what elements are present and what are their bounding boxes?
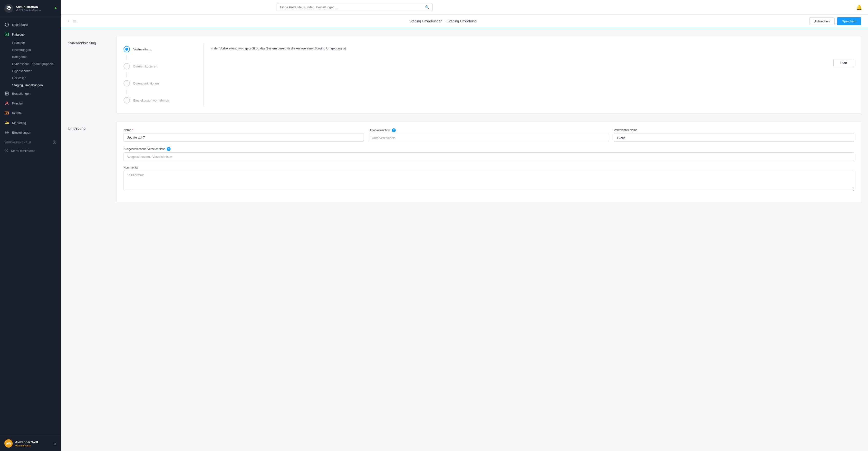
step-circle-vorbereitung <box>124 46 130 52</box>
ausgeschlossene-label: Ausgeschlossene Verzeichnisse <box>124 147 165 151</box>
svg-point-0 <box>4 4 13 13</box>
minimize-icon <box>4 149 8 153</box>
search-input[interactable] <box>277 3 433 11</box>
unterverzeichnis-input[interactable] <box>369 134 609 142</box>
add-verkaufskanal-icon[interactable] <box>53 140 57 144</box>
verzeichnis-name-input[interactable] <box>614 133 854 142</box>
sidebar-subitem-dynamische-produktgruppen[interactable]: Dynamische Produktgruppen <box>0 60 61 67</box>
user-name: Alexander Wolf <box>15 440 38 444</box>
name-input[interactable] <box>124 133 364 142</box>
kunden-label: Kunden <box>12 101 23 105</box>
svg-rect-3 <box>5 33 8 36</box>
sync-description-column: In der Vorbereitung wird geprüft ob das … <box>211 43 854 106</box>
ausgeschlossene-help-icon[interactable]: ? <box>167 147 170 151</box>
main-area: 🔍 🔔 ‹ Staging Umgebungen › Staging Umgeb… <box>61 0 868 451</box>
app-logo <box>4 4 13 13</box>
sync-layout: Vorbereitung Dateien kopieren Datenban <box>124 43 854 106</box>
minimize-menu-item[interactable]: Menü minimieren <box>0 146 61 156</box>
user-info: Alexander Wolf Administrator <box>15 440 38 447</box>
start-button[interactable]: Start <box>833 59 854 67</box>
name-label: Name * <box>124 128 364 132</box>
marketing-icon <box>4 120 9 125</box>
umgebung-form-row-3: Kommentar <box>124 166 854 190</box>
name-group: Name * <box>124 128 364 142</box>
kommentar-label: Kommentar <box>124 166 854 169</box>
sidebar-subitem-staging-umgebungen[interactable]: Staging Umgebungen <box>0 82 61 89</box>
umgebung-section: Umgebung Name * Unterverzeichnis ? <box>68 121 861 202</box>
page-content: Synchronisierung Vorbereitung <box>61 28 868 451</box>
umgebung-form-row-1: Name * Unterverzeichnis ? Verzeichnis Na… <box>124 128 854 142</box>
ausgeschlossene-group: Ausgeschlossene Verzeichnisse ? <box>124 147 854 161</box>
save-button[interactable]: Speichern <box>837 17 861 25</box>
steps-column: Vorbereitung Dateien kopieren Datenban <box>124 43 197 106</box>
list-view-icon[interactable] <box>72 19 77 23</box>
sidebar-subitem-eigenschaften[interactable]: Eigenschaften <box>0 67 61 74</box>
notification-bell-icon[interactable]: 🔔 <box>856 5 862 10</box>
breadcrumb: Staging Umgebungen › Staging Umgebung <box>80 19 806 23</box>
unterverzeichnis-label-wrap: Unterverzeichnis ? <box>369 128 609 132</box>
header-actions: Abbrechen Speichern <box>809 17 861 25</box>
umgebung-label: Umgebung <box>68 121 117 130</box>
ausgeschlossene-verzeichnisse-input[interactable] <box>124 153 854 161</box>
inhalte-label: Inhalte <box>12 111 22 115</box>
sidebar-item-inhalte[interactable]: Inhalte <box>0 108 61 118</box>
hersteller-label: Hersteller <box>12 76 26 80</box>
svg-rect-11 <box>73 21 76 22</box>
sidebar-item-dashboard[interactable]: Dashboard <box>0 20 61 29</box>
breadcrumb-parent-link[interactable]: Staging Umgebungen <box>409 19 442 23</box>
bestellungen-icon <box>4 91 9 96</box>
sync-divider <box>204 43 204 106</box>
kommentar-textarea[interactable] <box>124 171 854 190</box>
kategorien-label: Kategorien <box>12 55 28 59</box>
verkaufskanaele-section: Verkaufskanäle <box>0 137 61 146</box>
user-avatar: AW <box>4 439 13 448</box>
step-circle-dateien <box>124 63 130 69</box>
sidebar-subitem-bewertungen[interactable]: Bewertungen <box>0 46 61 53</box>
sidebar-subitem-hersteller[interactable]: Hersteller <box>0 74 61 82</box>
umgebung-card: Name * Unterverzeichnis ? Verzeichnis Na… <box>117 121 861 202</box>
step-connector-1 <box>126 55 127 60</box>
eigenschaften-label: Eigenschaften <box>12 69 32 73</box>
user-role: Administrator <box>15 444 38 447</box>
einstellungen-label: Einstellungen <box>12 131 31 134</box>
breadcrumb-separator: › <box>444 19 445 23</box>
online-indicator <box>55 7 57 9</box>
user-initials: AW <box>6 442 11 445</box>
sidebar-item-kataloge[interactable]: Kataloge <box>0 29 61 39</box>
sidebar-user-footer[interactable]: AW Alexander Wolf Administrator ▲ <box>0 436 61 451</box>
verzeichnis-name-label: Verzeichnis Name <box>614 128 854 132</box>
step-connector-3 <box>126 89 127 94</box>
sidebar-item-einstellungen[interactable]: Einstellungen <box>0 128 61 137</box>
start-button-wrapper: Start <box>211 59 854 67</box>
ausgeschlossene-label-wrap: Ausgeschlossene Verzeichnisse ? <box>124 147 854 151</box>
dynamische-produktgruppen-label: Dynamische Produktgruppen <box>12 62 53 66</box>
sidebar: Administration v6.2.3 Stable Version Das… <box>0 0 61 451</box>
sidebar-header: Administration v6.2.3 Stable Version <box>0 0 61 17</box>
marketing-label: Marketing <box>12 121 26 125</box>
sidebar-item-bestellungen[interactable]: Bestellungen <box>0 89 61 98</box>
sidebar-subitem-produkte[interactable]: Produkte <box>0 39 61 46</box>
svg-rect-12 <box>73 22 76 23</box>
unterverzeichnis-help-icon[interactable]: ? <box>392 128 396 132</box>
user-menu-chevron-icon: ▲ <box>54 442 57 445</box>
sidebar-item-kunden[interactable]: Kunden <box>0 98 61 108</box>
dashboard-icon <box>4 22 9 27</box>
content-header: ‹ Staging Umgebungen › Staging Umgebung … <box>61 14 868 28</box>
kataloge-icon <box>4 32 9 37</box>
kunden-icon <box>4 101 9 106</box>
breadcrumb-current: Staging Umgebung <box>447 19 477 23</box>
topbar-right: 🔔 <box>856 4 862 10</box>
kataloge-label: Kataloge <box>12 33 25 36</box>
step-label-dateien: Dateien kopieren <box>133 65 157 68</box>
step-connector-2 <box>126 72 127 77</box>
bewertungen-label: Bewertungen <box>12 48 31 52</box>
back-button[interactable]: ‹ <box>68 19 69 23</box>
inhalte-icon <box>4 110 9 116</box>
app-title: Administration <box>16 5 41 9</box>
sidebar-subitem-kategorien[interactable]: Kategorien <box>0 53 61 60</box>
verkaufskanaele-label: Verkaufskanäle <box>4 141 31 144</box>
search-icon: 🔍 <box>425 5 430 9</box>
cancel-button[interactable]: Abbrechen <box>809 17 835 25</box>
sidebar-item-marketing[interactable]: Marketing <box>0 118 61 128</box>
synchronisierung-card: Vorbereitung Dateien kopieren Datenban <box>117 36 861 114</box>
